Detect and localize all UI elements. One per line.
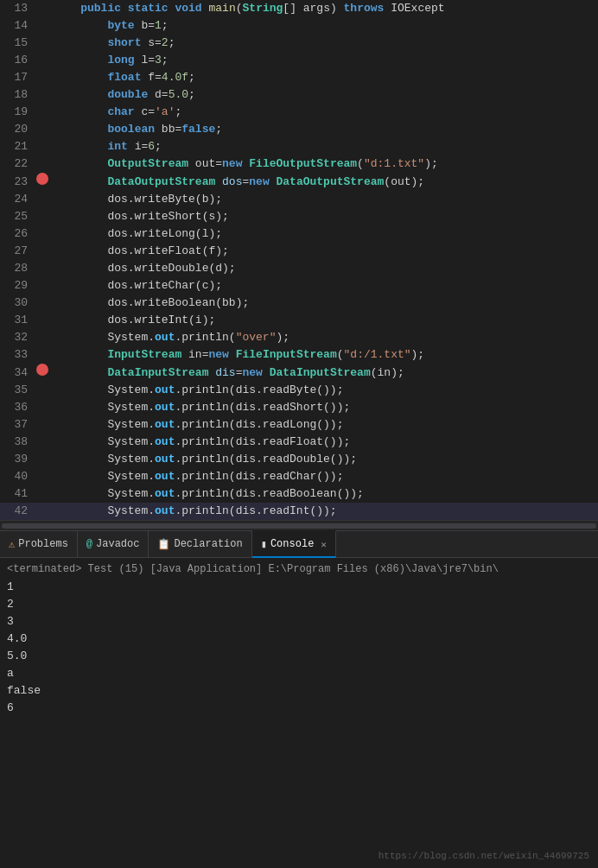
token: InputStream [107,348,181,361]
token: System. [54,383,155,396]
line-number: 32 [0,329,35,346]
code-line: 16 long l=3; [0,52,598,69]
token [54,19,107,32]
code-content: System.out.println(dis.readChar()); [50,468,598,485]
console-line: 5.0 [7,648,591,665]
horizontal-scrollbar[interactable] [0,520,598,530]
token: ( [357,157,364,170]
line-number: 35 [0,382,35,399]
line-number: 27 [0,243,35,260]
line-number: 37 [0,416,35,434]
code-content: System.out.println(dis.readBoolean()); [50,485,598,503]
code-content: double d=5.0; [50,86,598,104]
code-line: 27 dos.writeFloat(f); [0,243,598,260]
token: .println(dis.readInt()); [175,504,336,517]
line-number: 16 [0,52,35,69]
code-line: 31 dos.writeInt(i); [0,312,598,329]
token [54,88,107,101]
tab-problems[interactable]: ⚠Problems [0,530,78,558]
code-line: 36 System.out.println(dis.readShort()); [0,399,598,416]
token: .println(dis.readDouble()); [175,453,357,466]
code-line: 17 float f=4.0f; [0,69,598,86]
declaration-tab-icon: 📋 [157,538,170,551]
token: out [155,383,175,396]
bottom-tabs-bar: ⚠Problems@Javadoc📋Declaration▮Console✕ [0,530,598,558]
line-number: 13 [0,0,35,17]
token: OutputStream [107,157,188,170]
code-content: InputStream in=new FileInputStream("d:/1… [50,346,598,364]
line-number: 31 [0,312,35,329]
code-content: DataOutputStream dos=new DataOutputStrea… [50,174,598,191]
token [54,36,107,49]
token: s= [141,36,161,49]
code-line: 21 int i=6; [0,138,598,155]
console-line: a [7,665,591,682]
token [263,366,270,379]
token: dos.writeInt(i); [54,314,215,326]
token: System. [54,487,155,500]
token [121,2,128,15]
token: .println(dis.readShort()); [175,401,350,414]
token: byte [107,19,134,32]
token: long [107,54,134,67]
token: DataInputStream [270,366,371,379]
code-content: dos.writeLong(l); [50,225,598,243]
console-tab-icon: ▮ [261,538,267,551]
line-number: 21 [0,138,35,155]
token: l= [135,54,155,67]
problems-tab-label: Problems [18,538,68,550]
token: FileInputStream [236,348,337,361]
watermark: https://blog.csdn.net/weixin_44699725 [379,851,589,861]
code-content: dos.writeByte(b); [50,191,598,208]
token: ); [424,157,438,170]
code-content: byte b=1; [50,17,598,35]
code-content: System.out.println("over"); [50,329,598,346]
token: static [128,2,169,15]
scrollbar-track[interactable] [2,523,596,529]
token: 5.0 [169,88,188,101]
javadoc-tab-icon: @ [86,538,92,550]
code-line: 25 dos.writeShort(s); [0,208,598,225]
token: out [155,418,175,431]
token: ; [162,54,169,67]
token: System. [54,504,155,517]
tab-javadoc[interactable]: @Javadoc [78,530,150,558]
code-line: 19 char c='a'; [0,104,598,121]
line-number: 28 [0,260,35,277]
token: false [181,123,215,136]
console-close-icon[interactable]: ✕ [321,539,327,550]
token: in= [181,348,208,361]
line-number: 20 [0,121,35,138]
token: ( [337,348,344,361]
token: b= [135,19,155,32]
token: double [107,88,148,101]
token: c= [135,105,155,118]
line-gutter [35,173,50,185]
console-tab-label: Console [270,538,314,550]
token: out [155,470,175,483]
code-content: System.out.println(dis.readFloat()); [50,434,598,451]
token: float [107,71,141,84]
code-content: public static void main(String[] args) t… [50,0,598,17]
code-line: 35 System.out.println(dis.readByte()); [0,382,598,399]
tab-declaration[interactable]: 📋Declaration [149,530,251,558]
token: out [155,435,175,448]
line-number: 19 [0,104,35,121]
token: DataInputStream [107,366,208,379]
token: .println(dis.readByte()); [175,383,343,396]
console-line: false [7,682,591,700]
tab-console[interactable]: ▮Console✕ [252,530,336,558]
code-line: 20 boolean bb=false; [0,121,598,138]
token: boolean [107,123,155,136]
token: System. [54,401,155,414]
token: ; [169,36,175,49]
token: throws [344,2,385,15]
code-content: char c='a'; [50,104,598,121]
line-number: 34 [0,364,35,382]
token [54,71,107,84]
token: dos.writeShort(s); [54,210,229,223]
token: "over" [236,331,277,344]
code-line: 37 System.out.println(dis.readLong()); [0,416,598,434]
token: new [222,157,242,170]
code-line: 33 InputStream in=new FileInputStream("d… [0,346,598,364]
